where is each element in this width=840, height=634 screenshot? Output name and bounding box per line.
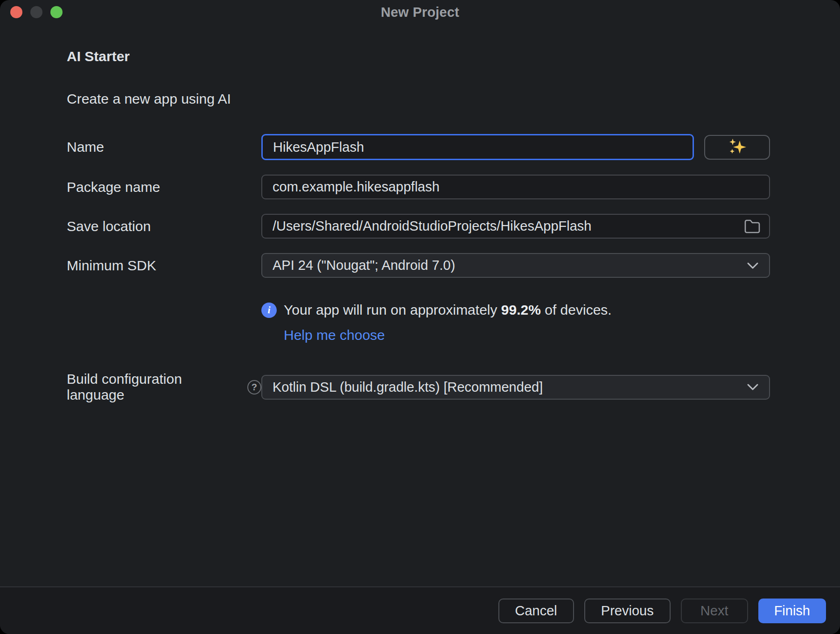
question-circle-icon[interactable]: ? (247, 380, 261, 394)
close-icon[interactable] (10, 6, 22, 18)
save-location-row: Save location (67, 214, 770, 239)
chevron-down-icon (747, 262, 759, 269)
build-config-value: Kotlin DSL (build.gradle.kts) [Recommend… (273, 380, 543, 395)
help-me-choose-link[interactable]: Help me choose (284, 327, 385, 343)
build-config-row: Build configuration language ? Kotlin DS… (67, 371, 770, 403)
sdk-coverage-text: Your app will run on approximately 99.2%… (284, 302, 612, 318)
chevron-down-icon (747, 383, 759, 391)
ai-generate-name-button[interactable] (704, 135, 770, 160)
previous-button[interactable]: Previous (584, 599, 671, 623)
sdk-coverage-percent: 99.2% (501, 302, 541, 317)
browse-folder-button[interactable] (742, 216, 763, 237)
build-config-dropdown[interactable]: Kotlin DSL (build.gradle.kts) [Recommend… (261, 375, 770, 400)
save-location-input[interactable] (261, 214, 770, 239)
dialog-content: AI Starter Create a new app using AI Nam… (0, 24, 840, 586)
minimize-icon (30, 6, 42, 18)
window-title: New Project (381, 5, 459, 20)
min-sdk-value: API 24 ("Nougat"; Android 7.0) (273, 258, 455, 273)
min-sdk-dropdown[interactable]: API 24 ("Nougat"; Android 7.0) (261, 253, 770, 278)
finish-button[interactable]: Finish (758, 599, 826, 623)
name-row: Name (67, 134, 770, 160)
build-config-label: Build configuration language (67, 371, 240, 403)
min-sdk-label: Minimum SDK (67, 258, 261, 274)
next-button: Next (681, 599, 748, 623)
new-project-dialog: New Project AI Starter Create a new app … (0, 0, 840, 634)
window-controls (10, 0, 63, 24)
sdk-note: i Your app will run on approximately 99.… (67, 302, 770, 343)
folder-icon (743, 219, 761, 234)
sparkles-icon (727, 137, 748, 157)
package-label: Package name (67, 179, 261, 195)
dialog-footer: Cancel Previous Next Finish (0, 586, 840, 634)
min-sdk-row: Minimum SDK API 24 ("Nougat"; Android 7.… (67, 253, 770, 278)
save-location-label: Save location (67, 218, 261, 234)
page-title: AI Starter (67, 49, 770, 64)
name-label: Name (67, 139, 261, 155)
name-input[interactable] (261, 134, 694, 160)
package-row: Package name (67, 175, 770, 199)
info-icon: i (261, 303, 277, 318)
zoom-icon[interactable] (50, 6, 63, 18)
cancel-button[interactable]: Cancel (498, 599, 574, 623)
page-subtitle: Create a new app using AI (67, 91, 770, 107)
titlebar: New Project (0, 0, 840, 24)
package-name-input[interactable] (261, 175, 770, 199)
